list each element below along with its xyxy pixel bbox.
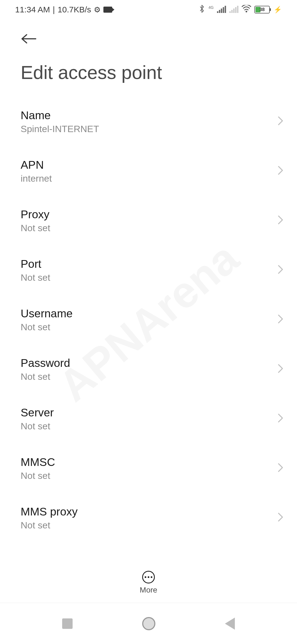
setting-value: Not set	[21, 322, 278, 332]
setting-value: Not set	[21, 470, 278, 481]
setting-value: Not set	[21, 272, 278, 283]
setting-value: internet	[21, 173, 278, 184]
camera-icon	[103, 7, 112, 13]
setting-item-password[interactable]: Password Not set	[21, 345, 283, 394]
setting-label: APN	[21, 159, 278, 171]
status-time: 11:34 AM	[15, 5, 50, 14]
setting-value: Not set	[21, 223, 278, 233]
network-4g-icon: 4G	[208, 5, 214, 10]
gear-icon: ⚙	[94, 5, 101, 14]
setting-value: Not set	[21, 371, 278, 382]
svg-point-0	[246, 11, 247, 12]
setting-label: MMS proxy	[21, 505, 278, 518]
setting-label: Proxy	[21, 208, 278, 221]
navigation-bar	[0, 603, 297, 644]
status-bar-right: 4G 38 ⚡	[199, 5, 282, 15]
setting-item-mmsc[interactable]: MMSC Not set	[21, 444, 283, 493]
chevron-right-icon	[278, 412, 283, 425]
setting-value: Spintel-INTERNET	[21, 124, 278, 134]
back-arrow-icon	[21, 31, 37, 48]
setting-label: MMSC	[21, 456, 278, 469]
setting-value: Not set	[21, 520, 278, 531]
back-button[interactable]	[0, 19, 297, 53]
nav-back-icon[interactable]	[225, 618, 235, 630]
setting-item-apn[interactable]: APN internet	[21, 146, 283, 196]
chevron-right-icon	[278, 115, 283, 128]
more-label: More	[140, 586, 157, 594]
status-divider: |	[53, 5, 55, 14]
setting-item-username[interactable]: Username Not set	[21, 295, 283, 345]
charging-icon: ⚡	[274, 6, 282, 13]
setting-item-mms-proxy[interactable]: MMS proxy Not set	[21, 493, 283, 543]
signal-bars-1-icon	[217, 6, 226, 13]
chevron-right-icon	[278, 264, 283, 277]
nav-home-icon[interactable]	[142, 617, 155, 630]
chevron-right-icon	[278, 462, 283, 475]
status-bar-left: 11:34 AM | 10.7KB/s ⚙	[15, 5, 112, 14]
setting-item-name[interactable]: Name Spintel-INTERNET	[21, 97, 283, 146]
more-button[interactable]: More	[140, 571, 157, 594]
status-speed: 10.7KB/s	[58, 5, 91, 14]
nav-recent-icon[interactable]	[62, 618, 73, 629]
setting-item-proxy[interactable]: Proxy Not set	[21, 196, 283, 245]
chevron-right-icon	[278, 363, 283, 376]
setting-label: Port	[21, 258, 278, 271]
setting-label: Server	[21, 406, 278, 419]
battery-icon: 38	[254, 6, 270, 13]
status-bar: 11:34 AM | 10.7KB/s ⚙ 4G 38	[0, 0, 297, 19]
setting-value: Not set	[21, 421, 278, 432]
bottom-action-bar: More	[0, 571, 297, 594]
bluetooth-icon	[199, 5, 205, 15]
setting-label: Name	[21, 109, 278, 122]
setting-label: Username	[21, 307, 278, 320]
chevron-right-icon	[278, 313, 283, 326]
setting-label: Password	[21, 357, 278, 370]
setting-item-port[interactable]: Port Not set	[21, 245, 283, 295]
signal-bars-2-icon	[229, 6, 238, 13]
page-title: Edit access point	[0, 53, 297, 97]
settings-list: Name Spintel-INTERNET APN internet Proxy…	[0, 97, 297, 543]
chevron-right-icon	[278, 165, 283, 178]
setting-item-server[interactable]: Server Not set	[21, 394, 283, 444]
chevron-right-icon	[278, 214, 283, 227]
chevron-right-icon	[278, 511, 283, 525]
more-icon	[142, 571, 155, 583]
wifi-icon	[242, 5, 251, 15]
battery-level: 38	[260, 7, 265, 12]
